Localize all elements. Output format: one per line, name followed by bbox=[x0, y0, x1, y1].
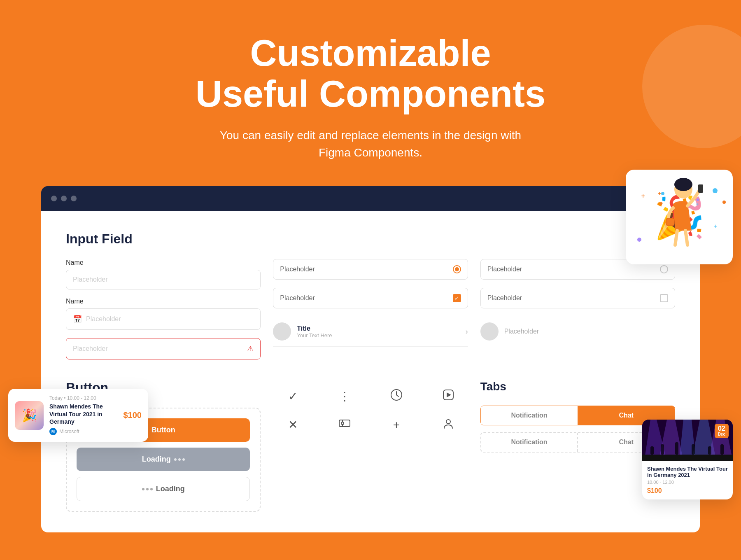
error-icon: ⚠ bbox=[247, 344, 254, 353]
checkbox-row-2[interactable]: Placeholder bbox=[480, 288, 675, 308]
error-placeholder: Placeholder bbox=[73, 345, 108, 352]
svg-rect-25 bbox=[675, 442, 678, 455]
loading-button-1[interactable]: Loading bbox=[77, 448, 250, 471]
floating-concert-card: 02 Dec Shawn Mendes The Virtual Tour in … bbox=[642, 420, 733, 499]
name-field-group-1: Name Placeholder bbox=[66, 259, 261, 289]
name-placeholder-1: Placeholder bbox=[73, 276, 108, 283]
chevron-right-icon: › bbox=[466, 327, 468, 336]
loading-label-1: Loading bbox=[142, 455, 171, 464]
floating-event-card: 🎉 Today • 10.00 - 12.00 Shawn Mendes The… bbox=[8, 389, 148, 442]
svg-point-14 bbox=[341, 422, 344, 425]
svg-point-4 bbox=[661, 192, 664, 195]
svg-point-15 bbox=[446, 420, 450, 424]
list-item-row-1[interactable]: Title Your Text Here › bbox=[273, 317, 468, 347]
svg-text:+: + bbox=[658, 190, 661, 197]
svg-text:+: + bbox=[696, 201, 699, 207]
tabs-section-title: Tabs bbox=[480, 380, 675, 393]
tab-notification-2[interactable]: Notification bbox=[481, 433, 578, 452]
event-title: Shawn Mendes The Virtual Tour 2021 in Ge… bbox=[49, 403, 118, 425]
placeholder-avatar bbox=[480, 322, 499, 341]
spinner-1 bbox=[174, 458, 185, 461]
checkbox-1[interactable]: ✓ bbox=[453, 294, 461, 302]
checkbox-row-1[interactable]: Placeholder ✓ bbox=[273, 288, 468, 308]
event-price: $100 bbox=[124, 411, 142, 420]
main-content: 🎉 Today • 10.00 - 12.00 Shawn Mendes The… bbox=[41, 186, 700, 532]
svg-rect-24 bbox=[661, 444, 664, 455]
event-source-name: Microsoft bbox=[59, 429, 79, 434]
checkbox-2[interactable] bbox=[660, 294, 668, 302]
event-source: M Microsoft bbox=[49, 428, 118, 435]
name-label-2: Name bbox=[66, 298, 261, 305]
input-fields-grid: Name Placeholder Name 📅 Placeholder Plac… bbox=[66, 259, 675, 359]
tab-notification-1[interactable]: Notification bbox=[481, 406, 578, 425]
loading-button-2[interactable]: Loading bbox=[77, 477, 250, 501]
name-input-1[interactable]: Placeholder bbox=[66, 270, 261, 289]
bottom-row: Button Button Loading Loading bbox=[66, 380, 675, 512]
radio-button-1[interactable] bbox=[453, 265, 461, 273]
svg-rect-23 bbox=[650, 446, 654, 455]
app-header bbox=[41, 186, 700, 211]
hero-subtitle: You can easily edit and replace elements… bbox=[206, 127, 535, 161]
spinner-2 bbox=[142, 488, 153, 490]
header-dot-2 bbox=[61, 196, 67, 201]
concert-price: $100 bbox=[647, 487, 728, 495]
concert-image: 02 Dec bbox=[642, 420, 733, 461]
input-col-3: Placeholder Placeholder Placeholder bbox=[480, 259, 675, 359]
close-icon[interactable]: ✕ bbox=[288, 418, 298, 432]
checkbox-label-1: Placeholder bbox=[280, 294, 315, 302]
check-icon[interactable]: ✓ bbox=[288, 390, 298, 403]
concert-info: Shawn Mendes The Virtual Tour in Germany… bbox=[642, 461, 733, 499]
check-icon: ✓ bbox=[454, 295, 459, 301]
list-item-title: Title bbox=[297, 325, 459, 332]
app-body: Input Field Name Placeholder Name 📅 Plac… bbox=[41, 211, 700, 532]
placeholder-list-row[interactable]: Placeholder bbox=[480, 317, 675, 346]
tabs-section: Tabs Notification Chat Notification Chat bbox=[480, 380, 675, 512]
name-input-2[interactable]: 📅 Placeholder bbox=[66, 308, 261, 330]
svg-rect-3 bbox=[666, 218, 674, 226]
name-label-1: Name bbox=[66, 259, 261, 266]
svg-rect-12 bbox=[339, 420, 350, 427]
header-dot-3 bbox=[71, 196, 77, 201]
concert-time: 10.00 - 12.00 bbox=[647, 480, 728, 485]
svg-rect-28 bbox=[720, 444, 724, 455]
calendar-icon: 📅 bbox=[73, 315, 82, 324]
radio-row-1[interactable]: Placeholder bbox=[273, 259, 468, 280]
svg-rect-2 bbox=[698, 184, 703, 193]
svg-marker-11 bbox=[447, 392, 451, 397]
header-dot-1 bbox=[51, 196, 57, 201]
microsoft-icon: M bbox=[49, 428, 57, 435]
ticket-icon[interactable] bbox=[338, 417, 351, 433]
event-info: Today • 10.00 - 12.00 Shawn Mendes The V… bbox=[49, 395, 118, 435]
play-icon[interactable] bbox=[442, 388, 455, 404]
checkbox-label-2: Placeholder bbox=[487, 294, 522, 302]
list-text-1: Title Your Text Here bbox=[297, 325, 459, 338]
concert-date-day: 02 bbox=[718, 425, 725, 432]
concert-date-badge: 02 Dec bbox=[715, 424, 729, 438]
user-icon[interactable] bbox=[442, 417, 455, 433]
event-image: 🎉 bbox=[15, 401, 44, 430]
loading-label-2: Loading bbox=[156, 485, 185, 493]
event-time: Today • 10.00 - 12.00 bbox=[49, 395, 118, 401]
svg-rect-22 bbox=[642, 455, 733, 461]
name-field-group-2: Name 📅 Placeholder bbox=[66, 298, 261, 330]
clock-icon[interactable] bbox=[390, 388, 403, 404]
radio-button-2[interactable] bbox=[660, 265, 668, 273]
hero-title: Customizable Useful Components bbox=[8, 33, 733, 114]
svg-rect-27 bbox=[708, 446, 711, 455]
input-field-title: Input Field bbox=[66, 231, 675, 247]
svg-rect-6 bbox=[659, 202, 663, 205]
svg-rect-26 bbox=[692, 444, 695, 455]
svg-point-5 bbox=[697, 198, 699, 201]
more-vert-icon[interactable]: ⋮ bbox=[339, 390, 350, 403]
hero-section: Customizable Useful Components You can e… bbox=[0, 0, 741, 186]
add-icon[interactable]: + bbox=[393, 418, 400, 432]
list-item-subtitle: Your Text Here bbox=[297, 332, 459, 338]
icons-grid: ✓ ⋮ ✕ bbox=[273, 380, 468, 441]
error-input[interactable]: Placeholder ⚠ bbox=[66, 338, 261, 359]
svg-point-1 bbox=[674, 178, 692, 191]
radio-label-2: Placeholder bbox=[487, 266, 522, 273]
list-avatar-1 bbox=[273, 322, 291, 341]
concert-title: Shawn Mendes The Virtual Tour in Germany… bbox=[647, 466, 728, 478]
name-placeholder-2: Placeholder bbox=[86, 315, 121, 323]
input-col-1: Name Placeholder Name 📅 Placeholder Plac… bbox=[66, 259, 261, 359]
